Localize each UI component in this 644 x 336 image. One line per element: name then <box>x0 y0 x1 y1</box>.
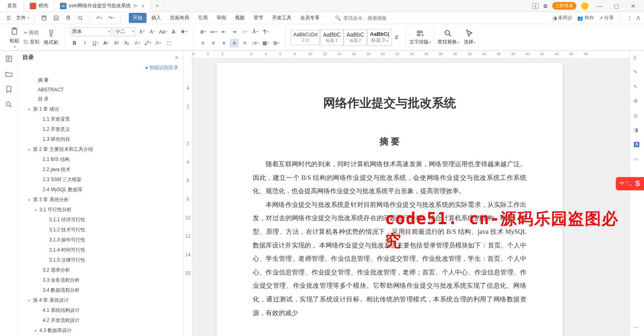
close-tab-icon[interactable]: × <box>141 3 144 9</box>
style-normal[interactable]: AaBbCcDd正文 <box>291 30 320 45</box>
align-right-icon[interactable]: ≡ <box>219 39 228 47</box>
grow-font-icon[interactable]: A⁺ <box>138 27 147 36</box>
tab-home[interactable]: 首页 <box>0 0 24 12</box>
styles-gallery[interactable]: AaBbCcDd正文 AaBbC标题 1 AaBbC标题 2 AaBbC(标题 … <box>287 29 404 46</box>
style-h3[interactable]: AaBbC(标题 3 ▾ <box>367 29 392 46</box>
toc-item[interactable]: 1.1 开发背景 <box>18 114 183 124</box>
toc-item[interactable]: ABSTRACT <box>18 85 183 94</box>
toc-item[interactable]: 2.2 java 技术 <box>18 165 183 175</box>
pencil-icon[interactable]: ✎ <box>634 69 641 76</box>
print-preview-icon[interactable] <box>76 14 85 23</box>
toc-item[interactable]: 3.2 需求分析 <box>18 265 183 275</box>
tab-devtools[interactable]: 开发工具 <box>268 13 295 23</box>
new-tab-button[interactable]: + <box>151 0 164 12</box>
toc-item[interactable]: 2.3 SSM 三大框架 <box>18 175 183 185</box>
collab-button[interactable]: 👥 协作 <box>577 14 594 21</box>
undo-icon[interactable]: ↶▾ <box>95 14 103 23</box>
change-case-icon[interactable]: Aa▾ <box>159 27 167 36</box>
share-button[interactable]: ↗ 分享 <box>599 14 614 21</box>
toc-item[interactable]: ▾第 2 章 主要技术和工具介绍 <box>18 144 183 155</box>
toc-item[interactable]: 1.2 开发意义 <box>18 124 183 134</box>
style-h2[interactable]: AaBbC标题 2 <box>344 29 367 45</box>
collapse-ribbon-icon[interactable]: ᐱ <box>637 15 640 21</box>
save-icon[interactable] <box>39 14 48 23</box>
file-menu[interactable]: 文件▾ <box>16 14 29 21</box>
page-scroll[interactable]: 网络作业提交与批改系统 摘 要 随着互联网时代的到来，同时计算机网络技术高速发展… <box>192 51 630 336</box>
toc-item[interactable]: 2.4 MySQL 数据库 <box>18 185 183 195</box>
maximize-button[interactable]: ▢ <box>610 3 622 9</box>
format-brush-button[interactable]: 格式刷 <box>42 28 60 47</box>
bullets-icon[interactable]: ≣▾ <box>198 27 207 36</box>
text-layout-button[interactable]: 文字排版▾ <box>408 28 432 46</box>
align-distribute-icon[interactable]: ≡ <box>240 39 249 47</box>
highlight-icon[interactable]: 🖍▾ <box>143 39 152 47</box>
toc-item[interactable]: 2.1 B/S 结构 <box>18 155 183 165</box>
ime-indicator[interactable]: 中 °, ,S <box>616 177 644 190</box>
close-window-button[interactable]: ✕ <box>627 3 639 9</box>
select-button[interactable]: 选择▾ <box>462 28 477 46</box>
tab-layout[interactable]: 页面布局 <box>166 13 193 23</box>
shrink-font-icon[interactable]: A⁻ <box>148 27 157 36</box>
tab-review[interactable]: 审阅 <box>213 13 230 23</box>
tab-chapter[interactable]: 章节 <box>250 13 267 23</box>
copy-button[interactable]: ⿻ 复制 <box>22 38 41 46</box>
font-size-select[interactable]: 小二▾ <box>114 27 136 36</box>
toc-item[interactable]: 3.1.5 法律可行性 <box>18 255 183 265</box>
outline-icon[interactable] <box>5 55 13 63</box>
more-icon[interactable]: ⋮ <box>627 15 632 21</box>
shield-icon[interactable]: ◎ <box>634 113 641 120</box>
bold-icon[interactable]: B <box>70 39 79 47</box>
cut-button[interactable]: ✂ 剪切 <box>22 29 41 37</box>
toc-item[interactable]: 3.1.3 操作可行性 <box>18 235 183 245</box>
text-direction-icon[interactable]: ↕▾ <box>240 27 249 36</box>
toc-item[interactable]: 3.1.2 技术可行性 <box>18 225 183 235</box>
close-pane-icon[interactable]: × <box>175 54 178 61</box>
toc-item[interactable]: 3.3 业务流程分析 <box>18 275 183 285</box>
line-spacing-icon[interactable]: ↕≡▾ <box>251 39 260 47</box>
toc-item[interactable]: 4.1 系统结构设计 <box>18 305 183 315</box>
redo-icon[interactable]: ↷▾ <box>107 14 116 23</box>
toc-item[interactable]: 3.1.1 经济可行性 <box>18 215 183 225</box>
tab-reference[interactable]: 引用 <box>194 13 212 23</box>
toc-item[interactable]: 4.2 开发流程设计 <box>18 315 183 326</box>
borders-icon[interactable]: ⊞▾ <box>272 39 281 47</box>
indent-icon[interactable]: ⇥ <box>230 27 239 36</box>
shading-icon[interactable]: ▦▾ <box>261 39 270 47</box>
reload-icon[interactable]: ⟳ <box>133 3 137 9</box>
rocket-icon[interactable]: ⟠ <box>634 55 641 62</box>
tab-daoke[interactable]: 稻壳 <box>24 0 54 12</box>
apps-icon[interactable]: ⊞ <box>543 3 547 9</box>
minimize-button[interactable]: — <box>593 3 605 9</box>
styles-more-icon[interactable]: ⇵ <box>392 33 401 42</box>
italic-icon[interactable]: I <box>80 39 89 47</box>
tab-document[interactable]: W ssm网络作业提交与批改系统 ⟳ × <box>54 0 151 12</box>
font-name-select[interactable]: 黑体▾ <box>70 27 112 36</box>
chart-icon[interactable]: ◨ <box>634 127 641 134</box>
login-button[interactable]: 立即登录 <box>552 2 576 10</box>
tab-member[interactable]: 会员专享 <box>296 13 324 23</box>
pointer-icon[interactable]: ↖ <box>634 84 641 91</box>
book-icon[interactable]: ▭ <box>634 156 641 163</box>
toc-item[interactable]: 目 录 <box>18 94 183 104</box>
align-justify-icon[interactable]: ≡ <box>230 39 239 47</box>
show-marks-icon[interactable]: ¶▾ <box>261 27 270 36</box>
strike-icon[interactable]: A̶▾ <box>101 39 110 47</box>
toc-list[interactable]: 摘 要ABSTRACT目 录▾第 1 章 绪论1.1 开发背景1.2 开发意义1… <box>18 74 183 336</box>
numbering-icon[interactable]: ≔▾ <box>209 27 218 36</box>
tab-insert[interactable]: 插入 <box>147 13 165 23</box>
text-effect-icon[interactable]: A▾ <box>133 39 142 47</box>
superscript-icon[interactable]: X² <box>112 39 121 47</box>
paste-button[interactable]: 粘贴▾ <box>8 25 21 49</box>
print-icon[interactable] <box>64 14 72 23</box>
outdent-icon[interactable]: ⇤ <box>219 27 228 36</box>
toc-item[interactable]: ▾第 3 章 系统分析 <box>18 195 183 205</box>
search-input[interactable] <box>343 15 400 21</box>
toc-item[interactable]: ▾第 1 章 绪论 <box>18 104 183 114</box>
align-left-icon[interactable]: ≡ <box>198 39 207 47</box>
menu-icon[interactable]: ☰ <box>4 14 13 23</box>
style-h1[interactable]: AaBbC标题 1 <box>320 29 343 45</box>
settings-icon[interactable]: ⚙ <box>634 98 641 105</box>
subscript-icon[interactable]: X₂ <box>122 39 131 47</box>
tab-start[interactable]: 开始 <box>129 13 147 23</box>
sort-icon[interactable]: Å▾ <box>251 27 260 36</box>
